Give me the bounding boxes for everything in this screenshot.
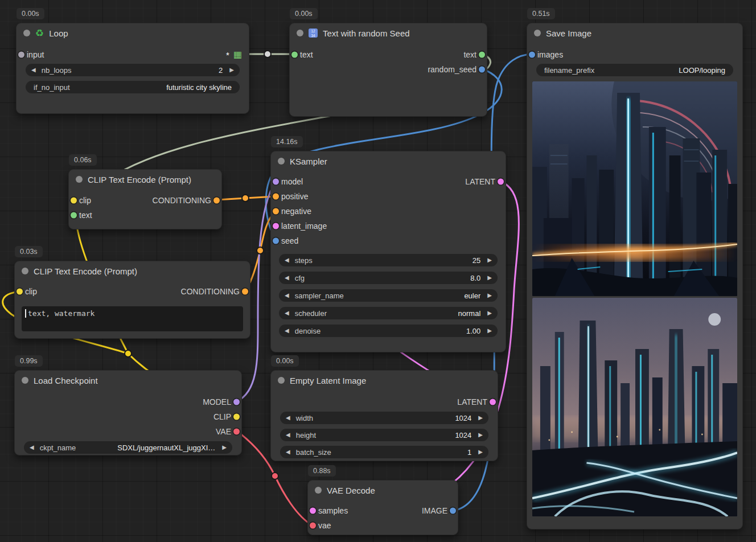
decrement-arrow-icon[interactable]: ◀ xyxy=(285,257,289,263)
widget-steps[interactable]: ◀ steps 25 ▶ xyxy=(279,254,498,266)
increment-arrow-icon[interactable]: ▶ xyxy=(487,328,492,334)
image-output-socket[interactable] xyxy=(450,508,456,514)
next-arrow-icon[interactable]: ▶ xyxy=(222,445,227,450)
collapse-dot[interactable] xyxy=(22,268,28,274)
node-title: Empty Latent Image xyxy=(290,376,366,385)
increment-arrow-icon[interactable]: ▶ xyxy=(487,275,492,281)
reroute-dot-text[interactable] xyxy=(264,51,271,58)
samples-input-socket[interactable] xyxy=(310,508,316,514)
widget-filename-prefix[interactable]: filename_prefix LOOP/looping xyxy=(536,64,733,76)
node-loop[interactable]: 0.00s ♻ Loop input * ▦ ◀ nb_loops 2 ▶ if… xyxy=(16,23,249,114)
reroute-dot-negative[interactable] xyxy=(257,247,264,254)
reroute-dot-clip[interactable] xyxy=(125,350,132,357)
input-label: images xyxy=(537,50,563,59)
node-header[interactable]: ♻ Loop xyxy=(17,23,249,43)
latent-image-input-socket[interactable] xyxy=(273,223,279,229)
node-header[interactable]: Empty Latent Image xyxy=(271,371,498,390)
text-output-socket[interactable] xyxy=(479,52,485,58)
increment-arrow-icon[interactable]: ▶ xyxy=(478,415,483,421)
seed-input-socket[interactable] xyxy=(273,238,279,244)
widget-scheduler[interactable]: ◀ scheduler normal ▶ xyxy=(279,307,498,319)
clip-input-socket[interactable] xyxy=(71,198,77,204)
negative-input-socket[interactable] xyxy=(273,208,279,215)
model-output-socket[interactable] xyxy=(233,399,240,405)
widget-value: LOOP/looping xyxy=(679,66,725,75)
increment-arrow-icon[interactable]: ▶ xyxy=(487,257,492,263)
node-header[interactable]: 12 34 Text with random Seed xyxy=(290,23,487,43)
node-save-image[interactable]: 0.51s Save Image images filename_prefix … xyxy=(527,23,743,529)
graph-canvas[interactable]: 0.00s ♻ Loop input * ▦ ◀ nb_loops 2 ▶ if… xyxy=(0,0,756,542)
output-label: MODEL xyxy=(203,397,231,406)
increment-arrow-icon[interactable]: ▶ xyxy=(478,449,483,455)
conditioning-output-socket[interactable] xyxy=(242,289,248,295)
prompt-textarea[interactable]: text, watermark xyxy=(22,306,243,331)
decrement-arrow-icon[interactable]: ◀ xyxy=(285,275,289,281)
node-header[interactable]: CLIP Text Encode (Prompt) xyxy=(69,170,221,189)
latent-output-socket[interactable] xyxy=(498,179,504,185)
widget-ckpt-name[interactable]: ◀ ckpt_name SDXL/juggernautXL_juggXI… ▶ xyxy=(24,441,232,454)
decrement-arrow-icon[interactable]: ◀ xyxy=(31,67,36,73)
node-text-random-seed[interactable]: 0.00s 12 34 Text with random Seed text t… xyxy=(289,23,487,117)
vae-input-socket[interactable] xyxy=(310,523,316,529)
input-socket[interactable] xyxy=(18,52,24,58)
prev-arrow-icon[interactable]: ◀ xyxy=(30,445,34,450)
clip-output-socket[interactable] xyxy=(233,414,240,420)
node-header[interactable]: CLIP Text Encode (Prompt) xyxy=(15,261,250,281)
model-input-socket[interactable] xyxy=(273,179,279,185)
collapse-dot[interactable] xyxy=(278,377,285,384)
node-clip-text-encode-top[interactable]: 0.06s CLIP Text Encode (Prompt) clip CON… xyxy=(68,169,222,229)
reroute-dot-positive[interactable] xyxy=(242,195,249,202)
widget-value: euler xyxy=(464,291,480,300)
prev-arrow-icon[interactable]: ◀ xyxy=(285,310,289,316)
random-seed-output-socket[interactable] xyxy=(479,67,485,73)
collapse-dot[interactable] xyxy=(534,30,541,36)
collapse-dot[interactable] xyxy=(297,30,303,36)
decrement-arrow-icon[interactable]: ◀ xyxy=(286,415,290,421)
node-header[interactable]: KSampler xyxy=(271,151,506,171)
widget-name: scheduler xyxy=(295,309,327,318)
widget-height[interactable]: ◀ height 1024 ▶ xyxy=(280,429,488,441)
text-input-socket[interactable] xyxy=(291,52,298,58)
collapse-dot[interactable] xyxy=(22,377,28,384)
widget-width[interactable]: ◀ width 1024 ▶ xyxy=(280,412,488,424)
node-ksampler[interactable]: 14.16s KSampler model LATENT positive ne… xyxy=(270,151,506,352)
prev-arrow-icon[interactable]: ◀ xyxy=(285,293,289,298)
reroute-dot-vae[interactable] xyxy=(272,473,278,479)
output-label: VAE xyxy=(216,427,231,436)
increment-arrow-icon[interactable]: ▶ xyxy=(229,67,234,73)
decrement-arrow-icon[interactable]: ◀ xyxy=(286,432,290,438)
next-arrow-icon[interactable]: ▶ xyxy=(487,293,492,298)
text-input-socket[interactable] xyxy=(71,212,77,219)
conditioning-output-socket[interactable] xyxy=(213,198,220,204)
wildcard-star: * xyxy=(226,50,229,60)
decrement-arrow-icon[interactable]: ◀ xyxy=(286,449,290,455)
node-vae-decode[interactable]: 0.88s VAE Decode samples IMAGE vae xyxy=(307,480,458,535)
widget-batch-size[interactable]: ◀ batch_size 1 ▶ xyxy=(280,446,488,458)
io-row: text xyxy=(69,208,221,223)
positive-input-socket[interactable] xyxy=(273,194,279,200)
exec-time-badge: 0.51s xyxy=(527,8,555,19)
node-header[interactable]: VAE Decode xyxy=(308,481,458,500)
node-empty-latent-image[interactable]: 0.00s Empty Latent Image LATENT ◀ width … xyxy=(270,370,498,461)
widget-denoise[interactable]: ◀ denoise 1.00 ▶ xyxy=(279,325,498,337)
collapse-dot[interactable] xyxy=(278,158,285,165)
decrement-arrow-icon[interactable]: ◀ xyxy=(285,328,289,334)
node-header[interactable]: Load Checkpoint xyxy=(15,371,241,390)
clip-input-socket[interactable] xyxy=(17,289,23,295)
node-header[interactable]: Save Image xyxy=(527,23,742,43)
latent-output-socket[interactable] xyxy=(490,399,496,405)
next-arrow-icon[interactable]: ▶ xyxy=(487,310,492,316)
collapse-dot[interactable] xyxy=(23,30,30,36)
images-input-socket[interactable] xyxy=(529,52,535,58)
vae-output-socket[interactable] xyxy=(233,429,240,435)
widget-sampler-name[interactable]: ◀ sampler_name euler ▶ xyxy=(279,289,498,302)
node-load-checkpoint[interactable]: 0.99s Load Checkpoint MODEL CLIP VAE ◀ c… xyxy=(14,370,242,455)
widget-if-no-input[interactable]: if_no_input futuristic city skyline xyxy=(26,81,240,93)
collapse-dot[interactable] xyxy=(76,176,83,183)
widget-cfg[interactable]: ◀ cfg 8.0 ▶ xyxy=(279,272,498,284)
node-clip-text-encode-bottom[interactable]: 0.03s CLIP Text Encode (Prompt) clip CON… xyxy=(14,261,250,339)
node-title: VAE Decode xyxy=(327,486,375,495)
collapse-dot[interactable] xyxy=(315,487,322,494)
increment-arrow-icon[interactable]: ▶ xyxy=(478,432,483,438)
widget-nb-loops[interactable]: ◀ nb_loops 2 ▶ xyxy=(26,64,240,76)
